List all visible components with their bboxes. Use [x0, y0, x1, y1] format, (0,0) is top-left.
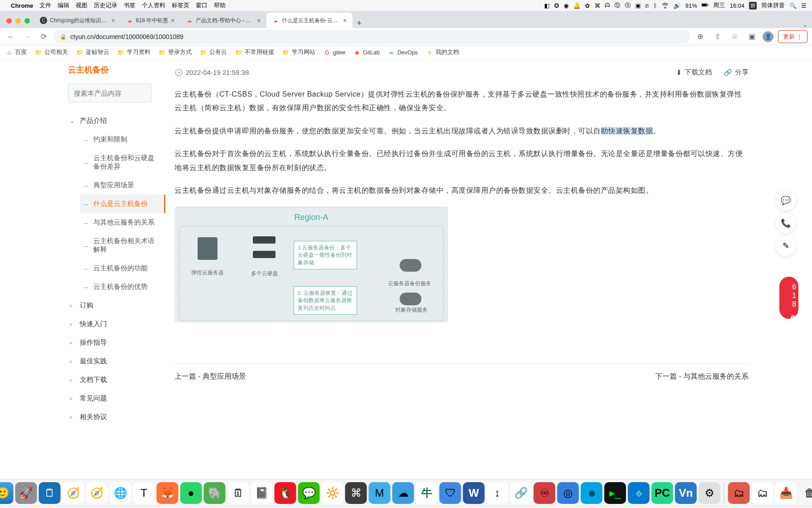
share-button[interactable]: 🔗分享	[724, 68, 749, 77]
menu-history[interactable]: 历史记录	[94, 1, 117, 10]
ime-indicator[interactable]: 拼	[749, 2, 757, 10]
dock-app[interactable]: ⚙	[699, 482, 720, 504]
tab-1[interactable]: C Chrisjcing的运维知识体系 ×	[34, 13, 121, 28]
menu-file[interactable]: 文件	[39, 1, 51, 10]
dock-app[interactable]: 🗒	[39, 482, 61, 504]
profile-avatar[interactable]: 👤	[763, 31, 773, 42]
dock-app[interactable]: ⎈	[581, 482, 603, 504]
zoom-icon[interactable]: ⊕	[694, 30, 706, 43]
menu-tabs[interactable]: 标签页	[172, 1, 189, 10]
dock-app[interactable]: ♾	[534, 482, 556, 504]
bookmark-login[interactable]: 📁登录方式	[159, 49, 192, 56]
status-icon[interactable]: ⓢ	[625, 1, 631, 10]
status-icon[interactable]: ✿	[585, 2, 590, 9]
nav-order[interactable]: ›订购	[63, 296, 165, 315]
nav-sub-constraints[interactable]: –约束和限制	[80, 130, 165, 149]
menu-bookmarks[interactable]: 书签	[124, 1, 135, 10]
dock-trash[interactable]: 🗑	[799, 482, 812, 504]
nav-sub-usecase[interactable]: –典型应用场景	[80, 176, 165, 195]
menu-help[interactable]: 帮助	[214, 1, 226, 10]
edit-button[interactable]: ✎	[776, 236, 796, 256]
bluetooth-icon[interactable]: ᛒ	[653, 2, 657, 9]
bookmark-gitee[interactable]: Ggitee	[324, 49, 345, 56]
window-controls[interactable]	[4, 18, 34, 28]
search-icon[interactable]: 🔍	[789, 2, 797, 9]
battery-percent[interactable]: 91%	[685, 2, 697, 9]
bookmark-company[interactable]: 📁公司相关	[35, 49, 68, 56]
menu-view[interactable]: 视图	[76, 1, 87, 10]
promo-badge[interactable]: 618年中钜惠	[779, 277, 798, 319]
back-button[interactable]: ←	[5, 30, 17, 43]
new-tab-button[interactable]: +	[353, 19, 367, 28]
dock-qq[interactable]: 🐧	[275, 482, 296, 504]
minimize-window-icon[interactable]	[15, 18, 21, 24]
wifi-icon[interactable]	[662, 1, 669, 10]
dock-vnc[interactable]: Vn	[675, 482, 697, 504]
close-icon[interactable]: ×	[111, 17, 115, 24]
close-icon[interactable]: ×	[171, 17, 174, 24]
star-icon[interactable]: ☆	[728, 30, 741, 43]
dock-app[interactable]: 📓	[251, 482, 273, 504]
screen-icon[interactable]: ⎚	[645, 2, 649, 9]
dock-app[interactable]: 牛	[416, 482, 438, 504]
dock-app[interactable]: 🔗	[510, 482, 532, 504]
status-icon[interactable]: ◉	[564, 2, 569, 9]
next-article-link[interactable]: 下一篇 - 与其他云服务的关系	[655, 372, 749, 381]
dock-vscode[interactable]: ⟐	[628, 482, 650, 504]
dock-app[interactable]: 🔆	[322, 482, 343, 504]
dock-chrome[interactable]: 🌐	[110, 482, 131, 504]
dock-app[interactable]: ●	[180, 482, 202, 504]
dock-wechat[interactable]: 💬	[298, 482, 320, 504]
forward-button[interactable]: →	[21, 30, 34, 43]
bookmark-devops[interactable]: ∞DevOps	[388, 49, 418, 56]
dock-safari[interactable]: 🧭	[86, 482, 108, 504]
nav-agreement[interactable]: ›相关协议	[63, 408, 165, 426]
bell-icon[interactable]: 🔔	[573, 2, 580, 9]
dock-finder[interactable]: 🙂	[0, 482, 14, 504]
dock-launchpad[interactable]: 🚀	[15, 482, 37, 504]
menu-window[interactable]: 窗口	[196, 1, 208, 10]
tab-overflow-icon[interactable]: ⌄	[802, 21, 807, 28]
dock-app[interactable]: ↕	[487, 482, 508, 504]
bookmark-public[interactable]: 📁公有云	[200, 49, 227, 56]
menu-profile[interactable]: 个人资料	[142, 1, 165, 10]
bookmark-docs[interactable]: ≡我的文档	[426, 49, 459, 56]
reload-button[interactable]: ⟳	[37, 30, 50, 43]
download-doc-button[interactable]: ⬇下载文档	[676, 68, 712, 77]
bookmark-study[interactable]: 📁学习资料	[117, 49, 150, 56]
chat-button[interactable]: 💬	[776, 190, 796, 210]
dock-app[interactable]: M	[369, 482, 391, 504]
app-name[interactable]: Chrome	[11, 2, 33, 9]
dock-app[interactable]: 🐘	[204, 482, 226, 504]
nav-sub-whatis[interactable]: –什么是云主机备份	[80, 195, 165, 213]
status-icon[interactable]: ▣	[635, 2, 641, 9]
bookmark-bk[interactable]: 📁蓝鲸智云	[76, 49, 109, 56]
dock-terminal[interactable]: ▸_	[604, 482, 626, 504]
dock-app[interactable]: 🛡	[440, 482, 461, 504]
tab-4-active[interactable]: ☁ 什么是云主机备份-云主机备份-/ ×	[266, 13, 353, 28]
close-icon[interactable]: ×	[343, 17, 347, 24]
dock-app[interactable]: T	[133, 482, 155, 504]
nav-sub-features[interactable]: –云主机备份的功能	[80, 259, 165, 278]
status-icon[interactable]: Ⓠ	[614, 1, 620, 10]
nav-quickstart[interactable]: ›快速入门	[63, 315, 165, 333]
menubar-day[interactable]: 周三	[713, 1, 725, 10]
menubar-time[interactable]: 16:04	[730, 2, 744, 9]
dock-app[interactable]: 🗓	[227, 482, 249, 504]
nav-sub-diff[interactable]: –云主机备份和云硬盘备份差异	[80, 149, 165, 176]
status-icon[interactable]: ◧	[544, 2, 550, 9]
close-window-icon[interactable]	[6, 18, 12, 24]
url-input[interactable]: 🔒 ctyun.cn/document/10000069/10001089	[53, 30, 690, 44]
bookmark-site[interactable]: 📁学习网站	[282, 49, 315, 56]
status-icon[interactable]: ✪	[554, 2, 559, 9]
nav-sub-advantages[interactable]: –云主机备份的优势	[80, 278, 165, 296]
volume-icon[interactable]: 🔊	[673, 2, 681, 9]
phone-button[interactable]: 📞	[776, 213, 796, 233]
nav-sub-terms[interactable]: –云主机备份相关术语解释	[80, 232, 165, 259]
status-icon[interactable]: ᗣ	[605, 2, 610, 9]
control-center-icon[interactable]: ☰	[801, 2, 807, 9]
extensions-icon[interactable]: ▣	[745, 30, 758, 43]
menu-edit[interactable]: 编辑	[58, 1, 69, 10]
dock-app[interactable]: 🗂	[728, 482, 750, 504]
prev-article-link[interactable]: 上一篇 - 典型应用场景	[174, 372, 246, 381]
